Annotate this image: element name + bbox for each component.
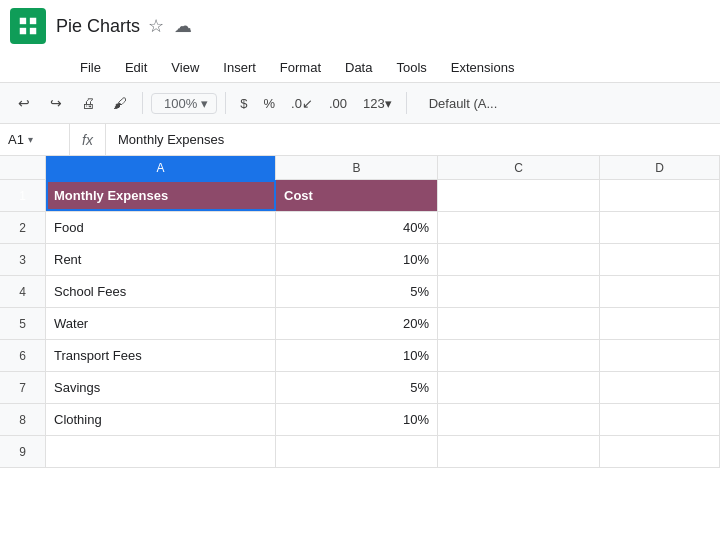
cell-d9[interactable] (600, 436, 720, 467)
table-row: 4School Fees5% (0, 276, 720, 308)
svg-rect-3 (30, 28, 36, 34)
row-number: 1 (0, 180, 46, 211)
cell-a1[interactable]: Monthly Expenses (46, 180, 276, 211)
zoom-arrow: ▾ (201, 96, 208, 111)
table-row: 1Monthly ExpensesCost (0, 180, 720, 212)
column-header-a[interactable]: A (46, 156, 276, 180)
cell-c4[interactable] (438, 276, 600, 307)
rows-container: 1Monthly ExpensesCost2Food40%3Rent10%4Sc… (0, 180, 720, 468)
cell-d6[interactable] (600, 340, 720, 371)
cell-d2[interactable] (600, 212, 720, 243)
cell-a4[interactable]: School Fees (46, 276, 276, 307)
percent-button[interactable]: % (257, 94, 281, 113)
cell-a7[interactable]: Savings (46, 372, 276, 403)
cell-c6[interactable] (438, 340, 600, 371)
cell-d3[interactable] (600, 244, 720, 275)
cell-a3[interactable]: Rent (46, 244, 276, 275)
table-row: 6Transport Fees10% (0, 340, 720, 372)
format-number-button[interactable]: 123▾ (357, 94, 398, 113)
toolbar-separator-2 (225, 92, 226, 114)
cell-c3[interactable] (438, 244, 600, 275)
menu-extensions[interactable]: Extensions (441, 56, 525, 79)
fx-button[interactable]: fx (70, 124, 106, 155)
cell-c2[interactable] (438, 212, 600, 243)
menu-bar: File Edit View Insert Format Data Tools … (0, 52, 720, 82)
cell-a8[interactable]: Clothing (46, 404, 276, 435)
cloud-icon[interactable]: ☁ (174, 15, 192, 37)
currency-button[interactable]: $ (234, 94, 253, 113)
formula-content[interactable]: Monthly Expenses (106, 132, 720, 147)
table-row: 9 (0, 436, 720, 468)
table-row: 7Savings5% (0, 372, 720, 404)
document-title[interactable]: Pie Charts (56, 16, 140, 37)
dec-decrease-button[interactable]: .0↙ (285, 94, 319, 113)
table-row: 8Clothing10% (0, 404, 720, 436)
row-num-header (0, 156, 46, 179)
cell-b6[interactable]: 10% (276, 340, 438, 371)
cell-d4[interactable] (600, 276, 720, 307)
menu-edit[interactable]: Edit (115, 56, 157, 79)
cell-a6[interactable]: Transport Fees (46, 340, 276, 371)
cell-a5[interactable]: Water (46, 308, 276, 339)
cell-b7[interactable]: 5% (276, 372, 438, 403)
print-button[interactable]: 🖨 (74, 89, 102, 117)
dec-increase-button[interactable]: .00 (323, 94, 353, 113)
cell-c5[interactable] (438, 308, 600, 339)
cell-c1[interactable] (438, 180, 600, 211)
cell-c8[interactable] (438, 404, 600, 435)
zoom-value: 100% (164, 96, 197, 111)
cell-c7[interactable] (438, 372, 600, 403)
menu-view[interactable]: View (161, 56, 209, 79)
cell-b9[interactable] (276, 436, 438, 467)
cell-d8[interactable] (600, 404, 720, 435)
toolbar: ↩ ↪ 🖨 🖌 100% ▾ $ % .0↙ .00 123▾ Default … (0, 82, 720, 124)
row-number: 7 (0, 372, 46, 403)
row-number: 3 (0, 244, 46, 275)
cell-b4[interactable]: 5% (276, 276, 438, 307)
menu-tools[interactable]: Tools (386, 56, 436, 79)
title-icons: ☆ ☁ (148, 15, 192, 37)
cell-c9[interactable] (438, 436, 600, 467)
cell-b8[interactable]: 10% (276, 404, 438, 435)
cell-d7[interactable] (600, 372, 720, 403)
row-number: 2 (0, 212, 46, 243)
cell-a9[interactable] (46, 436, 276, 467)
row-number: 6 (0, 340, 46, 371)
formula-bar: A1 ▾ fx Monthly Expenses (0, 124, 720, 156)
app-icon (10, 8, 46, 44)
cell-b3[interactable]: 10% (276, 244, 438, 275)
row-number: 9 (0, 436, 46, 467)
svg-rect-0 (20, 18, 26, 24)
top-bar: Pie Charts ☆ ☁ (0, 0, 720, 52)
cell-d1[interactable] (600, 180, 720, 211)
table-row: 5Water20% (0, 308, 720, 340)
cell-ref-arrow: ▾ (28, 134, 33, 145)
paint-format-button[interactable]: 🖌 (106, 89, 134, 117)
row-number: 8 (0, 404, 46, 435)
cell-d5[interactable] (600, 308, 720, 339)
column-header-d[interactable]: D (600, 156, 720, 180)
font-select[interactable]: Default (A... (421, 94, 506, 113)
cell-a2[interactable]: Food (46, 212, 276, 243)
star-icon[interactable]: ☆ (148, 15, 164, 37)
menu-insert[interactable]: Insert (213, 56, 266, 79)
svg-rect-2 (20, 28, 26, 34)
sheet-area: A B C D 1Monthly ExpensesCost2Food40%3Re… (0, 156, 720, 468)
column-header-c[interactable]: C (438, 156, 600, 180)
zoom-selector[interactable]: 100% ▾ (151, 93, 217, 114)
toolbar-separator-1 (142, 92, 143, 114)
menu-format[interactable]: Format (270, 56, 331, 79)
row-number: 5 (0, 308, 46, 339)
menu-file[interactable]: File (70, 56, 111, 79)
undo-button[interactable]: ↩ (10, 89, 38, 117)
column-header-b[interactable]: B (276, 156, 438, 180)
table-row: 3Rent10% (0, 244, 720, 276)
redo-button[interactable]: ↪ (42, 89, 70, 117)
cell-b2[interactable]: 40% (276, 212, 438, 243)
cell-b1[interactable]: Cost (276, 180, 438, 211)
cell-reference[interactable]: A1 ▾ (0, 124, 70, 155)
cell-b5[interactable]: 20% (276, 308, 438, 339)
svg-rect-1 (30, 18, 36, 24)
menu-data[interactable]: Data (335, 56, 382, 79)
table-row: 2Food40% (0, 212, 720, 244)
